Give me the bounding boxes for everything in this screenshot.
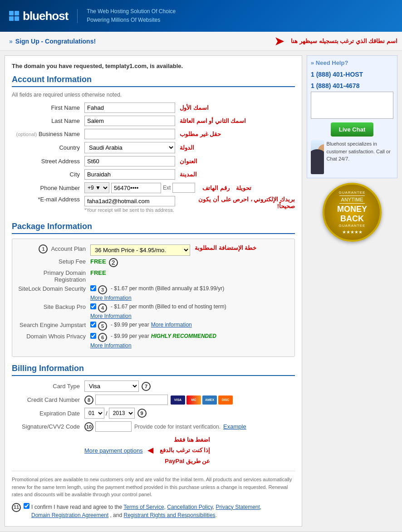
first-name-input[interactable] [84,102,175,113]
email-row: *E-mail Address *Your receipt will be se… [12,196,295,213]
exp-separator: / [106,410,108,417]
anytime-label: ANYTIME [339,195,365,204]
top-annotation: اسم نطاقك الذي ترغب بتسجيله سيظهر هنا [291,38,397,44]
circle-6: 6 [98,333,107,342]
first-name-label: First Name [12,104,84,111]
card-type-row: Card Type Visa Mastercard American Expre… [12,381,295,392]
tos-row: 11 I confirm I have read and agree to th… [12,503,295,519]
last-name-label: Last Name [12,117,84,124]
breadcrumb: Sign Up - Congratulations! [5,35,270,48]
city-label: City [12,171,84,178]
domain-reg-row: Primary Domain Registration FREE [18,269,289,283]
exp-year-select[interactable]: 2013201420152016 2017201820192020 [109,408,135,419]
street-input[interactable] [84,156,175,166]
exp-date-row: Expiration Date 01020304 05060708 091011… [12,408,295,419]
exp-month-select[interactable]: 01020304 05060708 09101112 [84,408,104,419]
cvv-inputs: Provide code for instant verification. E… [95,421,246,432]
sitelock-checkbox-row: 3 - $1.67 per month (Billed annually at … [90,285,224,294]
sitelock-checkbox[interactable] [90,285,96,291]
header-tagline: The Web Hosting Solution Of Choice Power… [87,7,176,24]
phone-inputs: +9 ▼ Ext [84,182,195,193]
backup-checkbox[interactable] [90,303,96,309]
circle-2: 2 [109,258,118,267]
main-content: The domain you have requested, templaty1… [5,55,302,527]
agent-text: Bluehost specializes in customer satisfa… [327,140,393,163]
money-label: MONEY [337,205,367,214]
circle-9: 9 [137,409,147,418]
logo-text: bluehost [23,9,68,23]
sidebar-help-title: Need Help? [311,59,393,66]
business-name-label: (optional) Business Name [12,131,84,137]
required-note: All fields are required unless otherwise… [12,92,295,98]
ext-input[interactable] [172,183,195,193]
chat-box [311,92,393,119]
country-row: Country Saudi Arabia United States Unite… [12,142,295,153]
search-checkbox-row: 5 - $9.99 per year More information [90,322,192,331]
more-payment-link[interactable]: More payment options [84,447,143,454]
tos-checkbox[interactable] [24,503,29,509]
backup-more-link[interactable]: More Information [90,313,132,319]
package-box: 1 Account Plan 36 Month Price - $4.95/mo… [12,239,295,357]
cancellation-policy-link[interactable]: Cancellation Policy [167,504,213,510]
cvv-example-link[interactable]: Example [223,423,246,430]
search-checkbox[interactable] [90,322,96,327]
cvv-input[interactable] [95,421,132,432]
circle-4: 4 [98,303,107,312]
billing-title: Billing Information [12,364,295,376]
agent-photo [311,140,324,174]
whois-checkbox[interactable] [90,333,96,339]
last-name-annotation: اسمك الثاني أو اسم العائلة [180,117,246,124]
whois-row: Domain Whois Privacy 6 - $9.99 per year … [18,333,289,349]
registrant-rights-link[interactable]: Registrant Rights and Responsibilities [123,512,215,518]
city-input[interactable] [84,169,175,180]
country-annotation: الدولة [180,144,194,151]
business-name-input[interactable] [84,129,175,139]
last-name-input[interactable] [84,116,175,126]
email-note: *Your receipt will be sent to this addre… [84,207,175,213]
sidebar-phone1: 1 (888) 401-HOST [311,69,393,80]
phone-code-select[interactable]: +9 ▼ [84,182,109,193]
whois-more-link[interactable]: More Information [90,342,132,349]
privacy-statement-link[interactable]: Privacy Statement [216,504,260,510]
live-chat-button[interactable]: Live Chat [331,122,374,137]
circle-1: 1 [39,244,48,254]
street-annotation: العنوان [180,158,197,165]
cc-number-input[interactable] [95,395,168,405]
search-more-link[interactable]: More information [151,322,192,328]
country-select[interactable]: Saudi Arabia United States United Kingdo… [84,142,175,153]
search-label: Search Engine Jumpstart [18,322,90,328]
exp-date-label: Expiration Date [12,410,84,417]
city-annotation: المدينة [180,171,197,178]
circle-5: 5 [98,322,107,331]
account-plan-row: 1 Account Plan 36 Month Price - $4.95/mo… [18,244,289,256]
account-plan-label: 1 Account Plan [18,244,90,254]
card-type-select[interactable]: Visa Mastercard American Express Discove… [84,381,139,392]
package-title: Package Information [12,222,295,234]
setup-fee-label: Setup Fee [18,258,90,265]
account-plan-select[interactable]: 36 Month Price - $4.95/mo. 24 Month Pric… [90,244,190,256]
domain-reg-agreement-link[interactable]: Domain Registration Agreement [31,512,108,518]
domain-message: The domain you have requested, templaty1… [12,63,295,69]
setup-fee-value: FREE [90,258,106,265]
business-name-row: (optional) Business Name حقل غير مطلوب [12,129,295,139]
phone-number-input[interactable] [111,183,161,193]
amex-icon: AMEX [202,395,217,405]
whois-highly-rec: HIGHLY RECOMMENDED [151,333,216,339]
backup-checkbox-row: 4 - $1.67 per month (Billed to end of ho… [90,303,226,312]
search-row: Search Engine Jumpstart 5 - $9.99 per ye… [18,322,289,331]
whois-checkbox-row: 6 - $9.99 per year HIGHLY RECOMMENDED [90,333,216,342]
sidebar-help-box: Need Help? 1 (888) 401-HOST 1 (888) 401-… [307,55,397,178]
money-back-badge: GUARANTEE ANYTIME MONEY BACK GUARANTEE ★… [323,183,382,242]
email-label: *E-mail Address [12,196,84,203]
tos-link[interactable]: Terms of Service [123,504,164,510]
sitelock-more-link[interactable]: More Information [90,295,132,301]
logo-area: bluehost [9,9,78,23]
email-input[interactable] [84,196,175,206]
support-agent: Bluehost specializes in customer satisfa… [311,140,393,174]
sidebar: Need Help? 1 (888) 401-HOST 1 (888) 401-… [307,55,397,527]
page-container: Sign Up - Congratulations! ➤ اسم نطاقك ا… [0,32,402,532]
phone-label: Phone Number [12,185,84,191]
cc-number-row: Credit Card Number 8 VISA MC AMEX DISC [12,395,295,405]
email-annotation: بريدك الإلكتروني ، احرص على أن يكون صحيح… [180,196,295,210]
country-label: Country [12,144,84,151]
